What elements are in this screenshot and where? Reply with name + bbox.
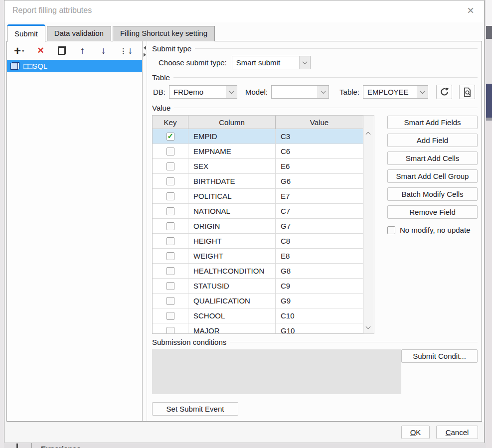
db-value: FRDemo	[169, 86, 226, 98]
table-row[interactable]: SEXE6	[153, 159, 363, 174]
table-row[interactable]: STATUSIDC9	[153, 279, 363, 294]
row-key-checkbox[interactable]	[166, 177, 174, 185]
row-value-cell: C10	[276, 308, 363, 323]
table-row[interactable]: QUALIFICATIONG9	[153, 294, 363, 308]
batch-modify-cells-button[interactable]: Batch Modify Cells	[387, 187, 478, 201]
table-row[interactable]: HEALTHCONDITIONG8	[153, 264, 363, 279]
smart-add-cell-group-button[interactable]: Smart Add Cell Group	[387, 169, 478, 183]
submit-type-row: Choose submit type: Smart submit	[152, 56, 478, 69]
bg-segment	[486, 121, 492, 448]
remove-field-button[interactable]: Remove Field	[387, 205, 478, 219]
smart-add-fields-button[interactable]: Smart Add Fields	[387, 116, 478, 129]
row-column-cell: SEX	[188, 159, 276, 173]
dropdown-chevron[interactable]	[417, 86, 428, 98]
submit-settings-panel: Submit type Choose submit type: Smart su…	[147, 41, 482, 421]
row-key-cell	[153, 308, 188, 323]
row-column-cell: BIRTHDATE	[188, 174, 276, 188]
preview-button[interactable]	[459, 85, 475, 99]
table-row[interactable]: MAJORG10	[153, 323, 363, 334]
db-select[interactable]: FRDemo	[169, 85, 237, 99]
row-value-cell: G6	[276, 174, 363, 188]
move-up-button[interactable]: ↑	[78, 45, 87, 56]
table-label: Table:	[339, 88, 359, 96]
row-key-checkbox[interactable]	[166, 327, 174, 334]
sort-button[interactable]: ⋮ ↓	[120, 45, 133, 56]
row-key-checkbox[interactable]	[166, 192, 174, 200]
row-column-cell: EMPID	[188, 129, 276, 144]
copy-icon	[58, 46, 66, 55]
table-row[interactable]: NATIONALC7	[153, 204, 363, 219]
collapse-right-icon[interactable]	[144, 53, 146, 57]
tab-data-validation[interactable]: Data validation	[47, 26, 111, 41]
row-key-checkbox[interactable]	[166, 237, 174, 245]
collapse-left-icon[interactable]	[144, 46, 146, 50]
table-row[interactable]: HEIGHTC8	[153, 234, 363, 249]
table-row[interactable]: POLITICALE7	[153, 189, 363, 204]
row-key-checkbox[interactable]	[166, 222, 174, 230]
row-key-cell	[153, 204, 188, 218]
table-row[interactable]: WEIGHTE8	[153, 249, 363, 264]
table-value: EMPLOYEE	[363, 86, 417, 98]
row-value-cell: G9	[276, 294, 363, 308]
table-row[interactable]: EMPNAMEC6	[153, 144, 363, 159]
table-config-row: DB: FRDemo Model: Table: EMPLOYEE	[152, 85, 478, 99]
move-down-button[interactable]: ↓	[99, 45, 108, 56]
row-key-checkbox[interactable]	[166, 252, 174, 260]
submit-condition-button[interactable]: Submit Condit...	[401, 349, 478, 363]
panel-splitter[interactable]	[143, 41, 147, 421]
scroll-up-icon[interactable]	[366, 132, 371, 137]
scroll-down-icon[interactable]	[366, 324, 371, 329]
row-key-checkbox[interactable]	[166, 267, 174, 275]
row-key-checkbox[interactable]	[166, 282, 174, 290]
value-group-title: Value	[152, 104, 478, 112]
table-row[interactable]: EMPIDC3	[153, 129, 363, 144]
header-column: Column	[188, 116, 276, 129]
row-key-checkbox[interactable]	[166, 148, 174, 155]
close-icon[interactable]: ×	[467, 3, 474, 17]
dropdown-chevron[interactable]	[226, 86, 237, 98]
dropdown-chevron[interactable]	[299, 56, 310, 69]
add-field-button[interactable]: Add Field	[387, 134, 478, 147]
add-submit-button[interactable]: + ▾	[14, 46, 24, 55]
row-key-checkbox[interactable]	[166, 162, 174, 170]
row-value-cell: E6	[276, 159, 363, 173]
dialog-title: Report filling attributes	[12, 6, 92, 15]
row-key-checkbox[interactable]	[166, 207, 174, 215]
row-key-checkbox[interactable]	[166, 133, 174, 141]
tab-filling-shortcut-key-setting[interactable]: Filling Shortcut key setting	[113, 26, 215, 41]
row-column-cell: HEALTHCONDITION	[188, 264, 276, 278]
refresh-button[interactable]	[436, 85, 452, 99]
row-column-cell: ORIGIN	[188, 219, 276, 233]
value-table-scrollbar[interactable]	[363, 115, 374, 334]
dialog-titlebar[interactable]: Report filling attributes ×	[4, 0, 484, 22]
dropdown-chevron[interactable]	[318, 86, 328, 98]
bg-segment	[486, 26, 492, 39]
ok-button[interactable]: OK	[401, 426, 430, 439]
submit-type-select[interactable]: Smart submit	[232, 56, 311, 69]
tree-item-sql[interactable]: □□SQL	[7, 60, 142, 72]
report-filling-attributes-dialog: Report filling attributes × Submit Data …	[4, 0, 485, 443]
table-row[interactable]: ORIGING7	[153, 219, 363, 234]
table-select[interactable]: EMPLOYEE	[363, 85, 428, 99]
row-column-cell: NATIONAL	[188, 204, 276, 218]
tree-item-label: □□SQL	[23, 62, 47, 70]
no-modify-checkbox[interactable]	[387, 226, 395, 234]
smart-add-cells-button[interactable]: Smart Add Cells	[387, 151, 478, 165]
table-row[interactable]: SCHOOLC10	[153, 308, 363, 323]
table-row[interactable]: BIRTHDATEG6	[153, 174, 363, 189]
arrow-up-icon: ↑	[80, 45, 85, 56]
cancel-button[interactable]: Cancel	[436, 426, 478, 439]
row-key-cell	[153, 249, 188, 263]
row-key-checkbox[interactable]	[166, 312, 174, 320]
delete-submit-button[interactable]: ✕	[36, 45, 45, 56]
no-modify-no-update-option[interactable]: No modify, no update	[387, 226, 478, 234]
refresh-icon	[440, 87, 449, 97]
copy-submit-button[interactable]	[57, 46, 66, 55]
bg-segment	[486, 0, 492, 26]
set-submit-event-button[interactable]: Set Submit Event	[152, 402, 238, 416]
row-key-checkbox[interactable]	[166, 297, 174, 305]
tab-submit[interactable]: Submit	[7, 24, 45, 42]
model-value	[272, 86, 318, 98]
model-select[interactable]	[271, 85, 329, 99]
row-value-cell: E8	[276, 249, 363, 263]
